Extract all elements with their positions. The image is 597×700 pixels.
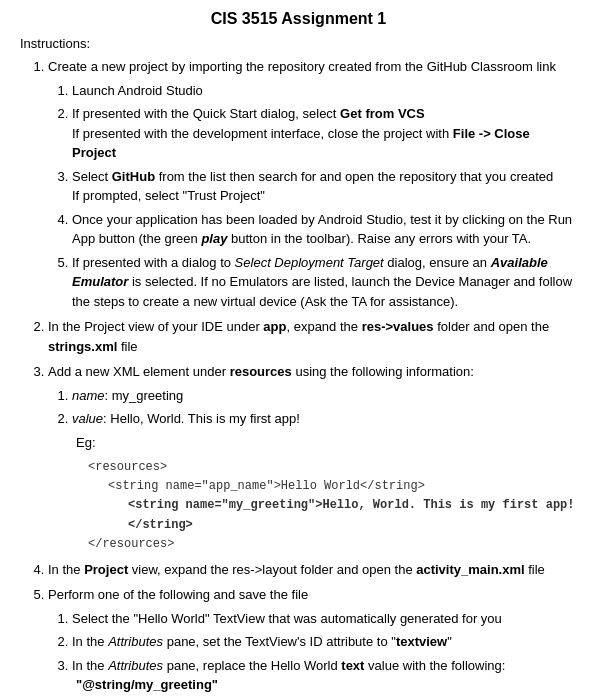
list-item: In the Attributes pane, set the TextView… [72, 632, 577, 652]
list-item: Add a new XML element under resources us… [48, 362, 577, 554]
list-item-text: Select GitHub from the list then search … [72, 169, 553, 184]
bold-text: strings.xml [48, 339, 117, 354]
bold-text: my_greeting [229, 498, 308, 512]
list-item-text: If presented with a dialog to Select Dep… [72, 255, 572, 309]
list-item-text: value: Hello, World. This is my first ap… [72, 411, 300, 426]
list-item-text: In the Project view of your IDE under ap… [48, 319, 549, 354]
list-item: Once your application has been loaded by… [72, 210, 577, 249]
list-item-subtext: If prompted, select "Trust Project" [72, 188, 265, 203]
list-item-text: If presented with the Quick Start dialog… [72, 106, 425, 121]
list-item: value: Hello, World. This is my first ap… [72, 409, 577, 429]
bold-text: Get from VCS [340, 106, 425, 121]
list-item-text: name: my_greeting [72, 388, 183, 403]
list-item-text: Create a new project by importing the re… [48, 59, 556, 74]
list-item: Select GitHub from the list then search … [72, 167, 577, 206]
code-line: <resources> [88, 458, 577, 477]
italic-text: name [72, 388, 105, 403]
bold-text: activity_main.xml [416, 562, 524, 577]
list-item-subtext: If presented with the development interf… [72, 126, 530, 161]
list-item: If presented with the Quick Start dialog… [72, 104, 577, 163]
list-item-text: Perform one of the following and save th… [48, 587, 308, 602]
italic-text: Attributes [108, 634, 163, 649]
bold-text: text [341, 658, 364, 673]
list-item: In the Project view of your IDE under ap… [48, 317, 577, 356]
bold-text: app [263, 319, 286, 334]
list-item-text: Add a new XML element under resources us… [48, 364, 474, 379]
list-item: Select the "Hello World" TextView that w… [72, 609, 577, 629]
main-instruction-list: Create a new project by importing the re… [20, 57, 577, 700]
list-item-text: Once your application has been loaded by… [72, 212, 572, 247]
page-title: CIS 3515 Assignment 1 [20, 10, 577, 28]
bold-text: textview [396, 634, 447, 649]
sub-list: Launch Android Studio If presented with … [48, 81, 577, 312]
list-item: If presented with a dialog to Select Dep… [72, 253, 577, 312]
list-item: Launch Android Studio [72, 81, 577, 101]
italic-text: Select Deployment Target [235, 255, 384, 270]
code-line: <string name="my_greeting">Hello, World.… [128, 496, 577, 534]
italic-text: value [72, 411, 103, 426]
italic-text: Attributes [108, 658, 163, 673]
list-item: In the Attributes pane, replace the Hell… [72, 656, 577, 700]
list-item-text: In the Attributes pane, replace the Hell… [72, 658, 505, 673]
list-item-text: In the Attributes pane, set the TextView… [72, 634, 452, 649]
list-item-text: Select the "Hello World" TextView that w… [72, 611, 502, 626]
code-line: </resources> [88, 535, 577, 554]
bold-text: File -> Close Project [72, 126, 530, 161]
list-item-text: In the Project view, expand the res->lay… [48, 562, 545, 577]
code-line: <string name="app_name">Hello World</str… [108, 477, 577, 496]
bold-value: "@string/my_greeting" [76, 677, 218, 692]
code-block: <resources> <string name="app_name">Hell… [88, 458, 577, 554]
sub-list: name: my_greeting value: Hello, World. T… [48, 386, 577, 429]
bold-text: res->values [362, 319, 434, 334]
list-item: Perform one of the following and save th… [48, 585, 577, 700]
list-item: Create a new project by importing the re… [48, 57, 577, 311]
bold-text: GitHub [112, 169, 155, 184]
bold-text: resources [230, 364, 292, 379]
instructions-label: Instructions: [20, 36, 577, 51]
italic-text: play [201, 231, 227, 246]
eg-label: Eg: [76, 433, 577, 453]
bold-text: Project [84, 562, 128, 577]
list-item: name: my_greeting [72, 386, 577, 406]
sub-list: Select the "Hello World" TextView that w… [48, 609, 577, 700]
list-item: In the Project view, expand the res->lay… [48, 560, 577, 580]
list-item-text: Launch Android Studio [72, 83, 203, 98]
